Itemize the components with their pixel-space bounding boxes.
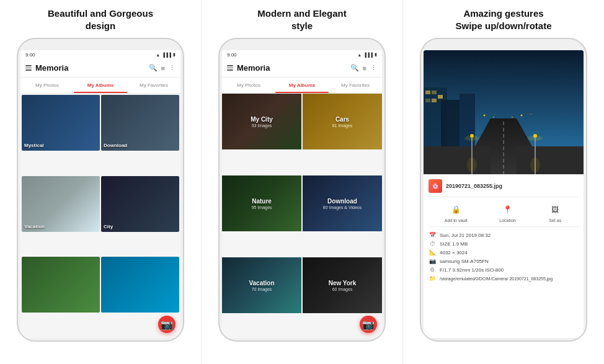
- album-mystical[interactable]: Mystical: [22, 95, 100, 151]
- section-3-title-line1: Amazing gestures: [463, 8, 543, 19]
- album-nature[interactable]: Nature 95 Images: [222, 175, 301, 231]
- location-label: Location: [499, 218, 515, 223]
- svg-point-19: [530, 158, 540, 172]
- album-mystical-label: Mystical: [24, 143, 44, 148]
- photo-hero: [424, 50, 584, 174]
- section-1: Beautiful and Gorgeous design 9:00 ▲ ▐▐▐…: [0, 0, 202, 364]
- album-download2-overlay: Download 80 Images & Videos: [303, 175, 382, 231]
- album-mycity-count: 93 Images: [252, 123, 272, 128]
- add-to-vault-btn[interactable]: 🔒 Add to vault: [445, 202, 468, 223]
- tab-1-myfavorites[interactable]: My Favorites: [127, 78, 180, 93]
- location-icon: 📍: [500, 202, 515, 217]
- filter-icon-2[interactable]: ≡: [363, 64, 366, 72]
- search-icon-2[interactable]: 🔍: [350, 64, 359, 72]
- fab-1[interactable]: 📷: [158, 316, 175, 333]
- album-mycity[interactable]: My City 93 Images: [222, 94, 301, 149]
- album-city-label: City: [104, 224, 113, 229]
- section-2-title-line1: Modern and Elegant: [257, 8, 346, 19]
- album-newyork-name: New York: [329, 280, 357, 286]
- album-vacation2[interactable]: Vacation 70 Images: [222, 257, 301, 313]
- app-title-1: Memoria: [35, 63, 149, 73]
- tabs-1: My Photos My Albums My Favorites: [20, 78, 180, 94]
- filter-icon-1[interactable]: ≡: [161, 64, 165, 72]
- album-plants[interactable]: [22, 257, 100, 313]
- album-vacation[interactable]: Vacation: [22, 176, 100, 232]
- album-cars-count: 81 Images: [332, 123, 353, 128]
- tab-2-myphotos[interactable]: My Photos: [222, 78, 275, 93]
- fab-2[interactable]: 📷: [360, 316, 377, 333]
- tab-2-myfavorites[interactable]: My Favorites: [329, 78, 382, 93]
- fire-icon: 🌸: [432, 184, 438, 189]
- album-nature-name: Nature: [252, 198, 272, 205]
- album-download[interactable]: Download: [101, 95, 179, 151]
- meta-date-text: Sun, Jul 21 2019 08:32: [440, 233, 491, 238]
- battery-icon-2: ▮: [375, 52, 377, 57]
- vault-icon: 🔒: [448, 202, 463, 217]
- album-newyork-count: 60 Images: [332, 287, 353, 291]
- phone-3: 🌸 20190721_083255.jpg 🔒 Add to vault 📍 L…: [420, 38, 587, 342]
- svg-rect-5: [425, 99, 430, 102]
- location-btn[interactable]: 📍 Location: [499, 202, 515, 223]
- tab-2-myalbums[interactable]: My Albums: [275, 78, 329, 93]
- meta-settings-text: F/1.7 3.92mm 1/20s ISO-800: [440, 267, 504, 273]
- menu-icon-2[interactable]: [227, 65, 233, 71]
- album-ocean[interactable]: [101, 257, 179, 313]
- more-icon-1[interactable]: ⋮: [169, 64, 175, 72]
- svg-rect-4: [438, 95, 443, 99]
- file-name: 20190721_083255.jpg: [446, 183, 502, 189]
- svg-point-20: [484, 115, 486, 117]
- section-2-title: Modern and Elegant style: [257, 7, 346, 32]
- album-vacation-label: Vacation: [24, 224, 45, 229]
- search-icon-1[interactable]: 🔍: [149, 64, 158, 72]
- album-vacation2-name: Vacation: [249, 280, 274, 286]
- svg-rect-10: [424, 146, 491, 174]
- phone-1-screen: 9:00 ▲ ▐▐▐ ▮ Memoria 🔍 ≡: [20, 50, 180, 338]
- set-as-btn[interactable]: 🖼 Set as: [548, 202, 562, 223]
- album-city[interactable]: City: [101, 176, 179, 232]
- more-icon-2[interactable]: ⋮: [370, 64, 377, 72]
- setas-label: Set as: [549, 218, 561, 223]
- status-bar-2: 9:00 ▲ ▐▐▐ ▮: [222, 50, 382, 59]
- svg-point-21: [493, 117, 494, 118]
- battery-icon-1: ▮: [173, 52, 175, 57]
- file-icon: 🌸: [429, 179, 442, 193]
- signal-icon-1: ▐▐▐: [162, 53, 171, 57]
- svg-point-14: [464, 136, 479, 141]
- svg-point-22: [512, 117, 513, 118]
- album-mycity-name: My City: [251, 116, 273, 123]
- svg-point-23: [521, 115, 523, 117]
- phone-2-screen: 9:00 ▲ ▐▐▐ ▮ Memoria 🔍 ≡ ⋮: [222, 50, 382, 338]
- settings-icon: ⚙: [429, 267, 436, 273]
- svg-point-18: [467, 158, 477, 172]
- album-nature-count: 95 Images: [252, 205, 272, 210]
- meta-dims: 📐 4032 × 3024: [429, 249, 579, 255]
- meta-size-text: SIZE 1.9 MB: [440, 241, 468, 247]
- vault-label: Add to vault: [445, 218, 468, 223]
- album-nature-overlay: Nature 95 Images: [222, 175, 301, 231]
- album-newyork[interactable]: New York 60 Images: [303, 257, 382, 313]
- status-time-1: 9:00: [25, 52, 35, 58]
- album-download2[interactable]: Download 80 Images & Videos: [303, 175, 382, 231]
- app-bar-1: Memoria 🔍 ≡ ⋮: [20, 59, 180, 78]
- tab-1-myphotos[interactable]: My Photos: [20, 78, 74, 93]
- album-mycity-overlay: My City 93 Images: [222, 94, 301, 149]
- calendar-icon: 📅: [429, 232, 436, 238]
- app-bar-icons-2: 🔍 ≡ ⋮: [350, 64, 377, 72]
- app-bar-icons-1: 🔍 ≡ ⋮: [149, 64, 175, 72]
- album-newyork-overlay: New York 60 Images: [303, 257, 382, 313]
- status-icons-1: ▲ ▐▐▐ ▮: [156, 52, 175, 57]
- section-3-title-line2: Swipe up/down/rotate: [455, 20, 551, 31]
- section-1-title-line1: Beautiful and Gorgeous: [48, 8, 153, 19]
- section-2: Modern and Elegant style 9:00 ▲ ▐▐▐ ▮: [202, 0, 403, 364]
- svg-rect-2: [425, 91, 430, 94]
- album-cars[interactable]: Cars 81 Images: [303, 94, 382, 149]
- album-download-label: Download: [104, 143, 127, 148]
- meta-size: ⏱ SIZE 1.9 MB: [429, 241, 579, 247]
- section-3: Amazing gestures Swipe up/down/rotate: [403, 0, 604, 364]
- app-title-2: Memoria: [237, 63, 350, 73]
- menu-icon-1[interactable]: [25, 65, 32, 71]
- tab-1-myalbums[interactable]: My Albums: [74, 78, 127, 93]
- svg-rect-11: [517, 146, 584, 174]
- tabs-2: My Photos My Albums My Favorites: [222, 78, 382, 94]
- album-download2-name: Download: [327, 198, 357, 205]
